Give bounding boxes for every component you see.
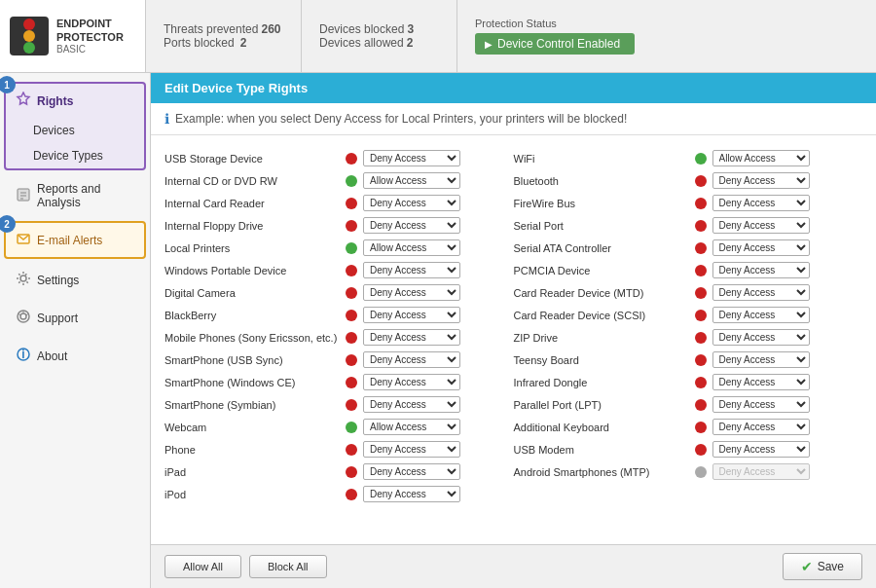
status-dot [346, 198, 357, 209]
sidebar-item-settings[interactable]: Settings [6, 263, 144, 297]
sidebar-item-devices[interactable]: Devices [23, 118, 144, 143]
sidebar: 1 Rights Devices Device Types [0, 73, 151, 588]
access-select[interactable]: Deny Access Allow Access [363, 396, 460, 413]
protection-status-badge: ▶ Device Control Enabled [475, 33, 635, 55]
app-name: ENDPOINT PROTECTOR [56, 18, 135, 43]
about-icon: i [16, 347, 31, 365]
settings-icon [16, 271, 31, 289]
device-row: Internal Floppy Drive Deny Access Allow … [164, 214, 514, 237]
app-subtitle: BASIC [56, 44, 135, 55]
status-dot [695, 332, 707, 344]
device-row: FireWire Bus Deny Access Allow Access [514, 192, 863, 214]
access-select[interactable]: Deny Access Allow Access [363, 441, 460, 458]
access-select[interactable]: Deny Access Allow Access [712, 195, 810, 211]
device-row: Webcam Deny Access Allow Access [164, 416, 514, 438]
status-dot [695, 265, 707, 276]
access-select[interactable]: Deny Access Allow Access [712, 217, 810, 234]
access-select[interactable]: Deny Access Allow Access [363, 284, 460, 301]
access-select[interactable]: Deny Access Allow Access [363, 307, 460, 323]
device-name: Internal CD or DVD RW [164, 175, 340, 187]
settings-label: Settings [37, 274, 79, 287]
status-dot [695, 175, 707, 187]
device-row: Infrared Dongle Deny Access Allow Access [514, 371, 863, 393]
device-row: Phone Deny Access Allow Access [164, 438, 514, 460]
app-container: ENDPOINT PROTECTOR BASIC Threats prevent… [0, 0, 876, 588]
access-select[interactable]: Deny Access Allow Access [712, 329, 810, 346]
device-name: Serial Port [514, 220, 689, 232]
device-row: Serial Port Deny Access Allow Access [514, 214, 863, 237]
device-name: BlackBerry [164, 310, 340, 321]
access-select[interactable]: Deny Access Allow Access [712, 239, 810, 256]
status-dot [346, 422, 357, 433]
sidebar-item-about[interactable]: i About [6, 339, 144, 373]
access-select[interactable]: Deny Access Allow Access [363, 195, 460, 211]
main-layout: 1 Rights Devices Device Types [0, 73, 876, 588]
threats-stat: Threats prevented 260 Ports blocked 2 [146, 0, 302, 72]
device-name: iPod [164, 489, 340, 500]
device-name: Bluetooth [514, 175, 689, 187]
device-row: SmartPhone (Symbian) Deny Access Allow A… [164, 393, 514, 416]
status-dot [695, 377, 707, 388]
access-select[interactable]: Deny Access Allow Access [363, 150, 460, 166]
about-label: About [37, 349, 67, 363]
devices-stat: Devices blocked 3 Devices allowed 2 [302, 0, 457, 72]
sidebar-item-email[interactable]: E-mail Alerts [6, 223, 144, 257]
device-name: Phone [164, 444, 340, 456]
status-dot [346, 242, 357, 254]
access-select[interactable]: Deny Access Allow Access [712, 172, 810, 189]
device-name: Teensy Board [514, 354, 689, 366]
access-select[interactable]: Deny Access Allow Access [712, 463, 810, 480]
access-select[interactable]: Deny Access Allow Access [363, 172, 460, 189]
device-name: ZIP Drive [514, 332, 689, 344]
access-select[interactable]: Deny Access Allow Access [363, 419, 460, 435]
device-row: Card Reader Device (MTD) Deny Access All… [514, 281, 863, 304]
access-select[interactable]: Deny Access Allow Access [712, 374, 810, 390]
status-dot [346, 444, 357, 456]
access-select[interactable]: Deny Access Allow Access [363, 351, 460, 368]
access-select[interactable]: Deny Access Allow Access [712, 284, 810, 301]
allow-all-button[interactable]: Allow All [164, 555, 241, 578]
device-name: PCMCIA Device [514, 265, 689, 276]
block-all-button[interactable]: Block All [249, 555, 327, 578]
sidebar-item-rights[interactable]: Rights [6, 84, 144, 118]
access-select[interactable]: Deny Access Allow Access [712, 396, 810, 413]
access-select[interactable]: Deny Access Allow Access [363, 463, 460, 480]
access-select[interactable]: Deny Access Allow Access [363, 329, 460, 346]
access-select[interactable]: Deny Access Allow Access [712, 351, 810, 368]
sidebar-item-device-types[interactable]: Device Types [23, 143, 144, 168]
access-select[interactable]: Deny Access Allow Access [712, 419, 810, 435]
status-dot [346, 466, 357, 478]
access-select[interactable]: Deny Access Allow Access [712, 307, 810, 323]
device-row: Card Reader Device (SCSI) Deny Access Al… [514, 304, 863, 326]
sidebar-item-reports[interactable]: Reports and Analysis [6, 174, 144, 217]
device-name: Serial ATA Controller [514, 242, 689, 254]
device-name: USB Modem [514, 444, 689, 456]
sidebar-item-support[interactable]: Support [6, 301, 144, 335]
access-select[interactable]: Deny Access Allow Access [712, 262, 810, 278]
access-select[interactable]: Deny Access Allow Access [363, 217, 460, 234]
info-icon: ℹ [164, 111, 169, 127]
device-row: Additional Keyboard Deny Access Allow Ac… [514, 416, 863, 438]
access-select[interactable]: Deny Access Allow Access [363, 239, 460, 256]
save-button[interactable]: ✔ Save [783, 553, 862, 580]
access-select[interactable]: Deny Access Allow Access [363, 262, 460, 278]
device-grid: USB Storage Device Deny Access Allow Acc… [164, 147, 862, 505]
device-row: USB Modem Deny Access Allow Access [514, 438, 863, 460]
device-row: Digital Camera Deny Access Allow Access [164, 281, 514, 304]
device-row: Internal Card Reader Deny Access Allow A… [164, 192, 514, 214]
access-select[interactable]: Deny Access Allow Access [363, 374, 460, 390]
status-dot [346, 153, 357, 165]
device-row: SmartPhone (Windows CE) Deny Access Allo… [164, 371, 514, 393]
access-select[interactable]: Deny Access Allow Access [712, 150, 810, 166]
access-select[interactable]: Deny Access Allow Access [712, 441, 810, 458]
device-name: USB Storage Device [164, 153, 340, 165]
svg-point-11 [20, 313, 26, 319]
access-select[interactable]: Deny Access Allow Access [363, 486, 460, 502]
status-dot [695, 422, 707, 433]
device-name: WiFi [514, 153, 689, 165]
support-icon [16, 309, 31, 327]
status-dot [695, 310, 707, 321]
device-name: FireWire Bus [514, 198, 689, 209]
device-row: ZIP Drive Deny Access Allow Access [514, 326, 863, 349]
rights-group: Rights Devices Device Types [4, 82, 146, 170]
